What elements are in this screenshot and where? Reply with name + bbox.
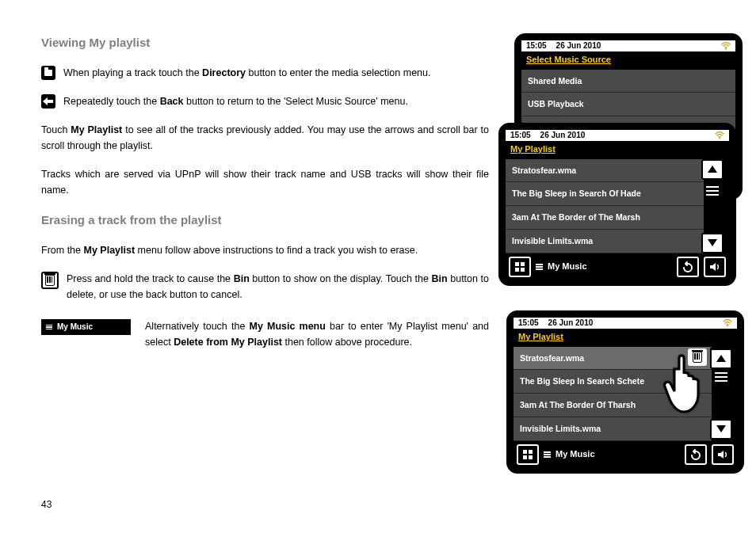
list-item[interactable]: The Big Sleep in Search Of Hade <box>506 182 704 206</box>
status-bar: 15:05 26 Jun 2010 <box>514 318 737 329</box>
scrollbar[interactable] <box>706 186 719 196</box>
status-bar: 15:05 26 Jun 2010 <box>521 40 735 51</box>
paragraph: When playing a track touch the Directory… <box>63 65 489 81</box>
list-item[interactable]: Shared Media <box>521 70 735 93</box>
paragraph: Repeatedly touch the Back button to retu… <box>63 93 489 109</box>
date: 26 Jun 2010 <box>540 129 586 142</box>
paragraph: Alternatively touch the My Music menu ba… <box>145 318 489 350</box>
svg-point-0 <box>725 48 727 50</box>
hamburger-icon <box>536 264 543 270</box>
date: 26 Jun 2010 <box>548 317 594 329</box>
svg-rect-8 <box>529 450 533 454</box>
list-item[interactable]: Stratosfear.wma <box>514 347 712 371</box>
paragraph: Press and hold the track to cause the Bi… <box>67 271 489 303</box>
list-item[interactable]: Invisible Limits.wma <box>506 230 704 253</box>
wifi-icon <box>715 131 724 139</box>
svg-rect-4 <box>515 268 519 272</box>
svg-rect-2 <box>515 262 519 266</box>
hamburger-icon <box>544 451 551 458</box>
paragraph: Tracks which are served via UPnP will sh… <box>41 166 489 198</box>
device-screenshots: 15:05 26 Jun 2010 Select Music Source Sh… <box>506 33 727 363</box>
volume-icon[interactable] <box>704 257 726 277</box>
back-button[interactable] <box>677 257 699 277</box>
svg-rect-3 <box>521 262 525 266</box>
svg-rect-5 <box>521 268 525 272</box>
scroll-down-button[interactable] <box>701 233 724 253</box>
bin-button[interactable] <box>688 348 707 366</box>
list-item[interactable]: Invisible Limits.wma <box>514 417 712 441</box>
page-number: 43 <box>41 497 52 512</box>
scroll-up-button[interactable] <box>710 348 732 369</box>
section-heading-viewing: Viewing My playlist <box>41 33 489 52</box>
device-my-playlist: 15:05 26 Jun 2010 My Playlist Stratosfea… <box>498 123 736 286</box>
clock: 15:05 <box>526 40 547 52</box>
svg-point-1 <box>719 138 720 139</box>
clock: 15:05 <box>510 129 531 142</box>
scrollbar[interactable] <box>715 372 727 382</box>
bin-icon <box>41 272 59 289</box>
clock: 15:05 <box>518 317 539 329</box>
list-item[interactable]: 3am At The Border of The Marsh <box>506 206 704 230</box>
hamburger-icon <box>46 325 52 330</box>
back-button[interactable] <box>685 444 707 465</box>
wifi-icon <box>723 319 732 327</box>
screen-title: Select Music Source <box>521 51 735 70</box>
apps-icon[interactable] <box>509 257 531 277</box>
my-music-menu-bar[interactable]: My Music <box>536 260 672 274</box>
date: 26 Jun 2010 <box>556 40 601 52</box>
apps-icon[interactable] <box>517 444 539 465</box>
screen-title: My Playlist <box>506 141 729 159</box>
list-item[interactable]: The Big Sleep In Search Schete <box>514 370 712 394</box>
screen-title: My Playlist <box>514 329 737 347</box>
manual-text-column: Viewing My playlist When playing a track… <box>41 33 489 363</box>
svg-rect-10 <box>529 455 533 459</box>
wifi-icon <box>721 42 731 50</box>
svg-rect-7 <box>523 450 527 454</box>
status-bar: 15:05 26 Jun 2010 <box>506 130 729 141</box>
svg-rect-9 <box>523 455 527 459</box>
back-icon <box>41 94 55 109</box>
svg-point-6 <box>727 326 728 327</box>
device-my-playlist-delete: 15:05 26 Jun 2010 My Playlist Stratosfea… <box>506 310 744 474</box>
my-music-menu-bar[interactable]: My Music <box>544 447 680 462</box>
paragraph: From the My Playlist menu follow above i… <box>41 242 489 258</box>
paragraph: Touch My Playlist to see all of the trac… <box>41 122 489 154</box>
section-heading-erasing: Erasing a track from the playlist <box>41 211 489 230</box>
volume-icon[interactable] <box>712 444 734 465</box>
scroll-down-button[interactable] <box>710 419 732 440</box>
my-music-menu-bar: My Music <box>41 319 131 335</box>
scroll-up-button[interactable] <box>701 159 724 180</box>
list-item[interactable]: Stratosfear.wma <box>506 159 704 183</box>
directory-icon <box>41 66 55 80</box>
list-item[interactable]: 3am At The Border Of Tharsh <box>514 394 712 417</box>
list-item[interactable]: USB Playback <box>521 93 735 116</box>
